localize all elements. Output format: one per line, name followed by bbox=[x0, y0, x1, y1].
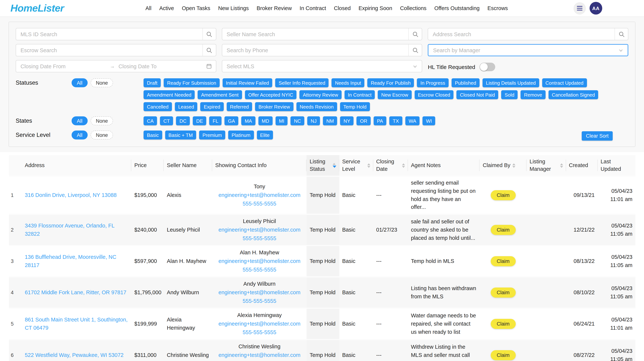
states-all-button[interactable]: All bbox=[72, 116, 88, 125]
status-filter-offer-accepted-nyic[interactable]: Offer Accepted NYIC bbox=[245, 90, 296, 99]
nav-item-in-contract[interactable]: In Contract bbox=[300, 5, 326, 11]
nav-item-collections[interactable]: Collections bbox=[400, 5, 426, 11]
claim-button[interactable]: Claim bbox=[491, 288, 516, 298]
address-link[interactable]: 136 Bufflehead Drive, Mooresville, NC 28… bbox=[25, 254, 116, 268]
header-listing-status[interactable]: Listing Status bbox=[307, 155, 339, 176]
header-closing-date[interactable]: Closing Date bbox=[373, 155, 408, 176]
statuses-none-button[interactable]: None bbox=[90, 78, 113, 87]
contact-email-link[interactable]: engineering+test@homelister.com bbox=[215, 320, 304, 328]
status-filter-temp-hold[interactable]: Temp Hold bbox=[340, 102, 370, 111]
state-filter-de[interactable]: DE bbox=[193, 116, 206, 125]
state-filter-nj[interactable]: NJ bbox=[307, 116, 320, 125]
service-level-none-button[interactable]: None bbox=[90, 130, 113, 140]
states-none-button[interactable]: None bbox=[90, 116, 113, 125]
contact-phone-link[interactable]: 555-555-5555 bbox=[215, 266, 304, 274]
state-filter-ga[interactable]: GA bbox=[225, 116, 238, 125]
status-filter-seller-info-requested[interactable]: Seller Info Requested bbox=[276, 78, 329, 87]
state-filter-ny[interactable]: NY bbox=[340, 116, 354, 125]
claim-button[interactable]: Claim bbox=[491, 350, 516, 360]
nav-item-new-listings[interactable]: New Listings bbox=[218, 5, 249, 11]
state-filter-wi[interactable]: WI bbox=[423, 116, 435, 125]
state-filter-mi[interactable]: MI bbox=[276, 116, 288, 125]
status-filter-attorney-review[interactable]: Attorney Review bbox=[300, 90, 342, 99]
hamburger-menu-button[interactable] bbox=[574, 2, 586, 14]
status-filter-cancellation-signed[interactable]: Cancellation Signed bbox=[548, 90, 598, 99]
claim-button[interactable]: Claim bbox=[491, 225, 516, 235]
status-filter-ready-for-submission[interactable]: Ready For Submission bbox=[164, 78, 220, 87]
contact-email-link[interactable]: engineering+test@homelister.com bbox=[215, 351, 304, 360]
nav-item-open-tasks[interactable]: Open Tasks bbox=[182, 5, 210, 11]
nav-item-offers-outstanding[interactable]: Offers Outstanding bbox=[434, 5, 480, 11]
address-link[interactable]: 3439 Flossmoor Avenue, Orlando, FL 32822 bbox=[25, 223, 114, 237]
user-avatar[interactable]: AA bbox=[590, 2, 602, 14]
status-filter-cancelled[interactable]: Cancelled bbox=[144, 102, 172, 111]
status-filter-new-escrow[interactable]: New Escrow bbox=[378, 90, 412, 99]
sort-icon[interactable] bbox=[402, 163, 405, 168]
address-search-input[interactable] bbox=[428, 31, 614, 37]
sort-icon[interactable] bbox=[367, 163, 370, 168]
state-filter-fl[interactable]: FL bbox=[210, 116, 222, 125]
contact-phone-link[interactable]: 555-555-5555 bbox=[215, 360, 304, 361]
state-filter-nm[interactable]: NM bbox=[323, 116, 337, 125]
address-link[interactable]: 61702 Middle Fork Lane, Ritter, OR 97817 bbox=[25, 290, 126, 295]
select-mls-dropdown[interactable]: Select MLS bbox=[222, 60, 422, 72]
service-level-filter-platinum[interactable]: Platinum bbox=[228, 130, 254, 140]
status-filter-in-progress[interactable]: In Progress bbox=[417, 78, 448, 87]
contact-phone-link[interactable]: 555-555-5555 bbox=[215, 234, 304, 243]
claim-button[interactable]: Claim bbox=[491, 319, 516, 329]
hl-title-requested-toggle[interactable] bbox=[480, 63, 496, 71]
manager-search-select[interactable]: Search by Manager bbox=[428, 44, 628, 56]
contact-email-link[interactable]: engineering+test@homelister.com bbox=[215, 288, 304, 297]
search-icon[interactable] bbox=[614, 28, 628, 40]
sort-icon-desc-active[interactable] bbox=[332, 163, 336, 168]
nav-item-expiring-soon[interactable]: Expiring Soon bbox=[358, 5, 392, 11]
status-filter-listing-details-updated[interactable]: Listing Details Updated bbox=[482, 78, 539, 87]
status-filter-contract-updated[interactable]: Contract Updated bbox=[542, 78, 587, 87]
service-level-all-button[interactable]: All bbox=[72, 130, 88, 140]
status-filter-expired[interactable]: Expired bbox=[200, 102, 224, 111]
status-filter-needs-input[interactable]: Needs Input bbox=[332, 78, 364, 87]
nav-item-escrows[interactable]: Escrows bbox=[488, 5, 508, 11]
state-filter-ct[interactable]: CT bbox=[160, 116, 173, 125]
search-icon[interactable] bbox=[408, 28, 422, 40]
search-icon[interactable] bbox=[202, 28, 216, 40]
header-claimed-by[interactable]: Claimed By bbox=[480, 155, 526, 176]
contact-email-link[interactable]: engineering+test@homelister.com bbox=[215, 226, 304, 234]
address-link[interactable]: 316 Donlin Drive, Liverpool, NY 13088 bbox=[25, 192, 117, 198]
escrow-search-input[interactable] bbox=[16, 47, 202, 53]
state-filter-nc[interactable]: NC bbox=[291, 116, 304, 125]
nav-item-closed[interactable]: Closed bbox=[334, 5, 351, 11]
state-filter-wa[interactable]: WA bbox=[405, 116, 420, 125]
service-level-filter-elite[interactable]: Elite bbox=[257, 130, 273, 140]
contact-email-link[interactable]: engineering+test@homelister.com bbox=[215, 191, 304, 200]
contact-phone-link[interactable]: 555-555-5555 bbox=[215, 200, 304, 208]
status-filter-escrow-closed[interactable]: Escrow Closed bbox=[414, 90, 454, 99]
state-filter-dc[interactable]: DC bbox=[176, 116, 190, 125]
status-filter-remove[interactable]: Remove bbox=[521, 90, 546, 99]
address-link[interactable]: 861 South Main Street Unit 1, Southingto… bbox=[25, 316, 128, 331]
phone-search-input[interactable] bbox=[222, 47, 408, 53]
clear-sort-button[interactable]: Clear Sort bbox=[582, 131, 613, 140]
status-filter-draft[interactable]: Draft bbox=[144, 78, 161, 87]
status-filter-published[interactable]: Published bbox=[452, 78, 480, 87]
header-listing-manager[interactable]: Listing Manager bbox=[526, 155, 566, 176]
address-link[interactable]: 522 Westfield Way, Pewaukee, WI 53072 bbox=[25, 352, 124, 358]
nav-item-all[interactable]: All bbox=[146, 5, 152, 11]
contact-email-link[interactable]: engineering+test@homelister.com bbox=[215, 257, 304, 266]
sort-icon[interactable] bbox=[560, 163, 563, 168]
status-filter-sold[interactable]: Sold bbox=[501, 90, 518, 99]
status-filter-in-contract[interactable]: In Contract bbox=[344, 90, 375, 99]
state-filter-ma[interactable]: MA bbox=[241, 116, 255, 125]
state-filter-ca[interactable]: CA bbox=[144, 116, 157, 125]
service-level-filter-basic[interactable]: Basic bbox=[144, 130, 162, 140]
seller-name-search-input[interactable] bbox=[222, 31, 408, 37]
statuses-all-button[interactable]: All bbox=[72, 78, 88, 87]
mls-id-search-input[interactable] bbox=[16, 31, 202, 37]
state-filter-md[interactable]: MD bbox=[258, 116, 272, 125]
claim-button[interactable]: Claim bbox=[491, 190, 516, 200]
contact-phone-link[interactable]: 555-555-5555 bbox=[215, 328, 304, 337]
service-level-filter-premium[interactable]: Premium bbox=[199, 130, 225, 140]
search-icon[interactable] bbox=[202, 44, 216, 56]
state-filter-or[interactable]: OR bbox=[357, 116, 371, 125]
state-filter-pa[interactable]: PA bbox=[374, 116, 386, 125]
